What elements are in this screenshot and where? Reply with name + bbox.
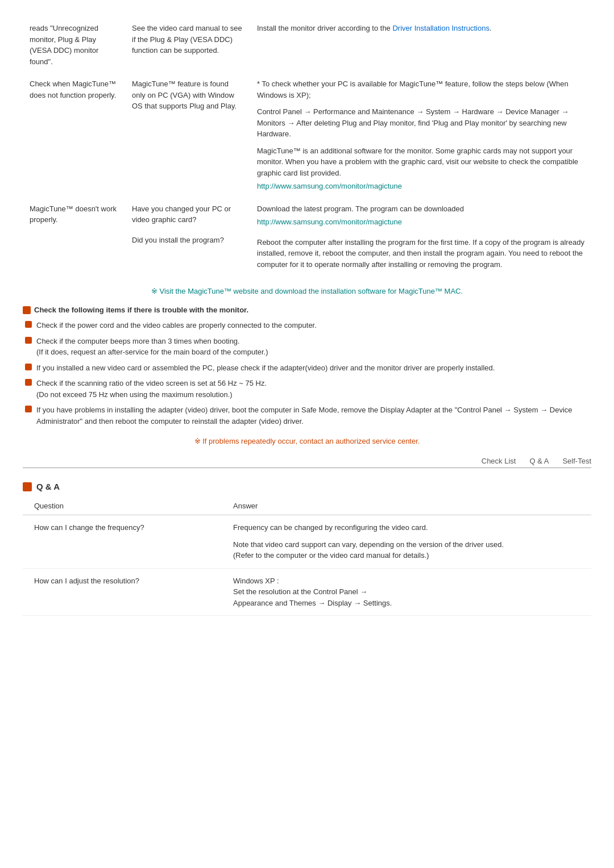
trouble-table: reads "Unrecognized monitor, Plug & Play… [23,17,591,276]
samsung-magictune-link-1[interactable]: http://www.samsung.com/monitor/magictune [257,182,402,190]
table-row: Check when MagicTune™ does not function … [23,73,591,198]
qa-row-2: How can I adjust the resolution? Windows… [23,568,591,616]
check-item-text: If you installed a new video card or ass… [36,362,495,374]
bullet-sm-icon [25,379,32,386]
problems-note: If problems repeatedly occur, contact an… [23,437,591,445]
solution-p1: * To check whether your PC is available … [257,78,584,101]
cause-cell: MagicTune™ feature is found only on PC (… [125,73,250,198]
solution-cell: Download the latest program. The program… [250,198,591,276]
qa-question-2: How can I adjust the resolution? [23,568,222,616]
check-item-5: If you have problems in installing the a… [23,404,591,427]
solution-cell: Install the monitor driver according to … [250,17,591,73]
symptom-cell: MagicTune™ doesn't work properly. [23,198,125,276]
check-header-text: Check the following items if there is tr… [34,306,248,314]
check-section: Check the following items if there is tr… [23,306,591,427]
tab-check-list[interactable]: Check List [482,457,516,465]
check-header: Check the following items if there is tr… [23,306,591,314]
qa-section-header: Q & A [23,482,591,491]
symptom-cell: reads "Unrecognized monitor, Plug & Play… [23,17,125,73]
cause-cell: Have you changed your PC or video graphi… [125,198,250,276]
tab-qa[interactable]: Q & A [529,457,549,465]
bullet-icon [23,306,31,314]
cause-cell: See the video card manual to see if the … [125,17,250,73]
qa-question-1: How can I change the frequency? [23,515,222,569]
check-item-2: Check if the computer beeps more than 3 … [23,336,591,358]
qa-answer-2: Windows XP :Set the resolution at the Co… [222,568,591,616]
qa-col-answer: Answer [222,502,591,515]
bullet-sm-icon [25,321,32,328]
check-item-text: If you have problems in installing the a… [36,404,591,427]
bullet-sm-icon [25,406,32,412]
magictune-note: Visit the MagicTune™ website and downloa… [23,287,591,295]
bullet-sm-icon [25,364,32,370]
solution-p2: Control Panel → Performance and Maintena… [257,106,584,140]
solution-download-text: Download the latest program. The program… [257,203,584,215]
qa-answer-p1: Frequency can be changed by reconfigurin… [233,522,584,533]
cause-p2: Did you install the program? [132,235,243,246]
cause-p1: Have you changed your PC or video graphi… [132,203,243,226]
check-item-1: Check if the power cord and the video ca… [23,320,591,331]
check-item-4: Check if the scanning ratio of the video… [23,378,591,400]
bullet-sm-icon [25,337,32,344]
qa-table-header-row: Question Answer [23,502,591,515]
solution-text-after: . [489,24,492,32]
qa-answer-p2: Note that video card support can vary, d… [233,539,584,561]
solution-cell: * To check whether your PC is available … [250,73,591,198]
solution-p3: MagicTune™ is an additional software for… [257,145,584,179]
symptom-cell: Check when MagicTune™ does not function … [23,73,125,198]
check-item-text: Check if the scanning ratio of the video… [36,378,267,400]
check-item-3: If you installed a new video card or ass… [23,362,591,374]
table-row: reads "Unrecognized monitor, Plug & Play… [23,17,591,73]
qa-answer-1: Frequency can be changed by reconfigurin… [222,515,591,569]
qa-bullet-icon [23,482,32,491]
check-item-text: Check if the power cord and the video ca… [36,320,317,331]
solution-reboot-text: Reboot the computer after installing the… [257,237,584,270]
tab-self-test[interactable]: Self-Test [562,457,591,465]
samsung-magictune-link-2[interactable]: http://www.samsung.com/monitor/magictune [257,218,402,226]
table-row: MagicTune™ doesn't work properly. Have y… [23,198,591,276]
driver-instructions-link[interactable]: Driver Installation Instructions [392,24,489,32]
qa-title: Q & A [36,482,60,491]
check-item-text: Check if the computer beeps more than 3 … [36,336,268,358]
qa-col-question: Question [23,502,222,515]
solution-text-before: Install the monitor driver according to … [257,24,392,32]
qa-table: Question Answer How can I change the fre… [23,502,591,616]
qa-answer-p3: Windows XP :Set the resolution at the Co… [233,575,584,609]
bottom-nav: Check List Q & A Self-Test [23,457,591,468]
qa-row-1: How can I change the frequency? Frequenc… [23,515,591,569]
